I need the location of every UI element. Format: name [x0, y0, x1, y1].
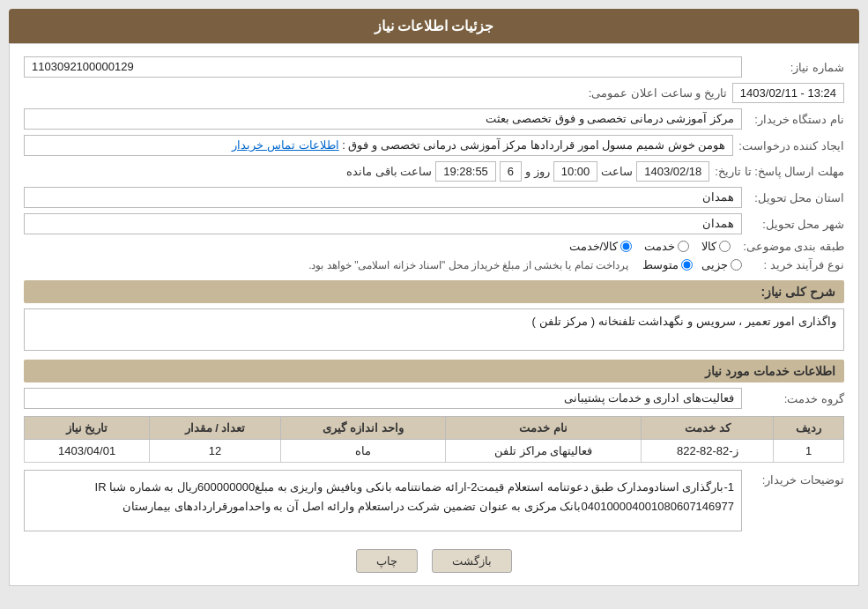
col-name: نام خدمت — [446, 417, 642, 440]
main-card: شماره نیاز: 1103092100000129 1403/02/11 … — [9, 43, 859, 586]
category-khadamat-label: خدمت — [644, 240, 675, 253]
buyer-org-label: نام دستگاه خریدار: — [747, 113, 844, 126]
process-options: جزیی متوسط پرداخت تمام یا بخشی از مبلغ خ… — [308, 258, 742, 271]
category-kala-radio[interactable] — [719, 241, 731, 252]
service-group-label: گروه خدمت: — [747, 392, 844, 405]
buyer-notes-row: توضیحات خریدار: 1-بارگذاری اسنادومدارک ط… — [24, 470, 844, 537]
col-quantity: تعداد / مقدار — [150, 417, 281, 440]
category-kala-khadamat-radio[interactable] — [620, 241, 632, 252]
back-button[interactable]: بازگشت — [432, 549, 512, 573]
creator-link[interactable]: اطلاعات تماس خریدار — [232, 138, 338, 152]
category-kala-label: کالا — [701, 240, 716, 253]
col-row: ردیف — [774, 417, 844, 440]
city-row: شهر محل تحویل: همدان — [24, 213, 844, 234]
process-matavoset-label: متوسط — [642, 258, 679, 271]
announce-datetime-row: 1403/02/11 - 13:24 تاریخ و ساعت اعلان عم… — [24, 83, 844, 103]
response-date: 1403/02/18 — [636, 161, 709, 182]
process-matavoset[interactable]: متوسط — [642, 258, 693, 271]
cell-code: ز-82-82-822 — [642, 440, 774, 463]
creator-text: هومن خوش شمیم مسول امور قراردادها مرکز آ… — [342, 138, 725, 152]
buyer-org-value: مرکز آموزشی درمانی تخصصی و فوق تخصصی بعث… — [24, 108, 742, 130]
col-date: تاریخ نیاز — [25, 417, 150, 440]
category-options: کالا خدمت کالا/خدمت — [569, 240, 731, 253]
process-type-row: نوع فرآیند خرید : جزیی متوسط پرداخت تمام… — [24, 258, 844, 271]
province-value: همدان — [24, 187, 742, 208]
cell-date: 1403/04/01 — [25, 440, 150, 463]
buyer-org-row: نام دستگاه خریدار: مرکز آموزشی درمانی تخ… — [24, 108, 844, 130]
category-khadamat-radio[interactable] — [678, 241, 689, 252]
buyer-notes-value: 1-بارگذاری اسنادومدارک طبق دعوتنامه استع… — [24, 470, 742, 531]
service-table: ردیف کد خدمت نام خدمت واحد اندازه گیری ت… — [24, 416, 844, 463]
response-time-label: ساعت — [601, 165, 633, 178]
print-button[interactable]: چاپ — [356, 549, 418, 573]
response-remaining-label: ساعت باقی مانده — [346, 165, 432, 178]
city-label: شهر محل تحویل: — [747, 218, 844, 231]
announce-datetime-value: 1403/02/11 - 13:24 — [732, 83, 844, 103]
cell-row: 1 — [774, 440, 844, 463]
cell-quantity: 12 — [150, 440, 281, 463]
need-number-value: 1103092100000129 — [24, 56, 742, 78]
response-time: 10:00 — [553, 161, 598, 182]
response-remaining: 19:28:55 — [435, 161, 496, 182]
province-label: استان محل تحویل: — [747, 191, 844, 204]
response-deadline-row: مهلت ارسال پاسخ: تا تاریخ: 1403/02/18 سا… — [24, 161, 844, 182]
response-days: 6 — [500, 161, 522, 182]
buyer-notes-label: توضیحات خریدار: — [747, 473, 844, 486]
service-group-row: گروه خدمت: فعالیت‌های اداری و خدمات پشتی… — [24, 388, 844, 409]
need-description-title: شرح کلی نیاز: — [24, 280, 844, 303]
page-title: جزئیات اطلاعات نیاز — [9, 9, 859, 43]
process-note: پرداخت تمام یا بخشی از مبلغ خریداز محل "… — [308, 259, 628, 271]
need-number-row: شماره نیاز: 1103092100000129 — [24, 56, 844, 78]
cell-name: فعالیتهای مراکز تلفن — [446, 440, 642, 463]
response-label: مهلت ارسال پاسخ: تا تاریخ: — [715, 165, 844, 178]
deadline-inner: 1403/02/18 ساعت 10:00 روز و 6 19:28:55 س… — [346, 161, 709, 182]
creator-value: هومن خوش شمیم مسول امور قراردادها مرکز آ… — [24, 135, 733, 156]
service-group-value: فعالیت‌های اداری و خدمات پشتیبانی — [24, 388, 742, 409]
province-row: استان محل تحویل: همدان — [24, 187, 844, 208]
process-jozi[interactable]: جزیی — [701, 258, 742, 271]
creator-row: ایجاد کننده درخواست: هومن خوش شمیم مسول … — [24, 135, 844, 156]
col-unit: واحد اندازه گیری — [280, 417, 445, 440]
city-value: همدان — [24, 213, 742, 234]
process-jozi-radio[interactable] — [731, 259, 742, 271]
need-number-label: شماره نیاز: — [747, 61, 844, 74]
category-khadamat[interactable]: خدمت — [644, 240, 689, 253]
need-description-value: واگذاری امور تعمیر ، سرویس و نگهداشت تلف… — [24, 308, 844, 351]
process-matavoset-radio[interactable] — [681, 259, 693, 271]
cell-unit: ماه — [280, 440, 445, 463]
response-day-label: روز و — [525, 165, 550, 178]
creator-label: ایجاد کننده درخواست: — [738, 139, 844, 152]
button-row: بازگشت چاپ — [24, 549, 844, 573]
table-row: 1ز-82-82-822فعالیتهای مراکز تلفنماه12140… — [25, 440, 844, 463]
process-jozi-label: جزیی — [701, 258, 728, 271]
page-container: جزئیات اطلاعات نیاز شماره نیاز: 11030921… — [0, 0, 868, 609]
category-label: طبقه بندی موضوعی: — [743, 240, 844, 253]
need-description-row: واگذاری امور تعمیر ، سرویس و نگهداشت تلف… — [24, 308, 844, 351]
category-kala-khadamat-label: کالا/خدمت — [569, 240, 619, 253]
category-row: طبقه بندی موضوعی: کالا خدمت کالا/خدمت — [24, 240, 844, 253]
announce-datetime-label: تاریخ و ساعت اعلان عمومی: — [589, 86, 727, 100]
category-kala-khadamat[interactable]: کالا/خدمت — [569, 240, 633, 253]
col-code: کد خدمت — [642, 417, 774, 440]
category-kala[interactable]: کالا — [701, 240, 731, 253]
service-info-title: اطلاعات خدمات مورد نیاز — [24, 360, 844, 382]
process-type-label: نوع فرآیند خرید : — [747, 258, 844, 271]
